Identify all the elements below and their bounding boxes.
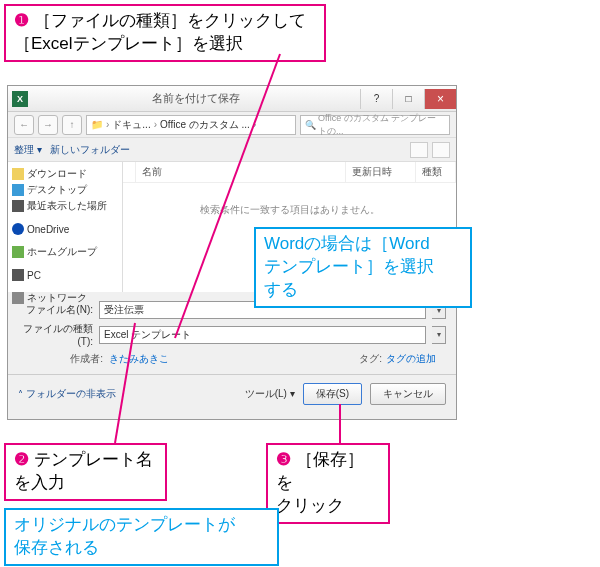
- toolbar: 整理 ▾ 新しいフォルダー: [8, 138, 456, 162]
- back-button[interactable]: ←: [14, 115, 34, 135]
- folder-tree: ダウンロード デスクトップ 最近表示した場所 OneDrive ホームグループ …: [8, 162, 123, 292]
- save-button[interactable]: 保存(S): [303, 383, 362, 405]
- tools-menu[interactable]: ツール(L) ▾: [245, 387, 295, 401]
- tree-downloads[interactable]: ダウンロード: [10, 166, 120, 182]
- view-button-2[interactable]: [432, 142, 450, 158]
- note-result: オリジナルのテンプレートが 保存される: [4, 508, 279, 566]
- col-type[interactable]: 種類: [416, 162, 456, 182]
- callout-3: ❸ ［保存］を クリック: [266, 443, 390, 524]
- note-word-b: テンプレート］を選択: [264, 257, 434, 276]
- tree-pc[interactable]: PC: [10, 268, 120, 282]
- dialog-title: 名前を付けて保存: [32, 91, 360, 106]
- new-folder-button[interactable]: 新しいフォルダー: [50, 143, 130, 157]
- help-button[interactable]: ?: [360, 89, 392, 109]
- breadcrumb-p2: Office のカスタム ...: [160, 118, 250, 132]
- view-button-1[interactable]: [410, 142, 428, 158]
- homegroup-icon: [12, 246, 24, 258]
- note-result-a: オリジナルのテンプレートが: [14, 515, 235, 534]
- chevron-up-icon: ˄: [18, 389, 23, 400]
- nav-bar: ← → ↑ 📁 › ドキュ... › Office のカスタム ... › 🔍 …: [8, 112, 456, 138]
- cancel-button[interactable]: キャンセル: [370, 383, 446, 405]
- maximize-button[interactable]: □: [392, 89, 424, 109]
- tree-recent[interactable]: 最近表示した場所: [10, 198, 120, 214]
- note-result-b: 保存される: [14, 538, 99, 557]
- tree-desktop[interactable]: デスクトップ: [10, 182, 120, 198]
- callout-2-text-a: テンプレート名: [34, 450, 153, 469]
- forward-button[interactable]: →: [38, 115, 58, 135]
- recent-icon: [12, 200, 24, 212]
- tree-onedrive[interactable]: OneDrive: [10, 222, 120, 236]
- onedrive-icon: [12, 223, 24, 235]
- filetype-dropdown[interactable]: ▾: [432, 326, 446, 344]
- author-label: 作成者:: [28, 352, 103, 366]
- col-date[interactable]: 更新日時: [346, 162, 416, 182]
- titlebar: X 名前を付けて保存 ? □ ×: [8, 86, 456, 112]
- filename-label: ファイル名(N):: [18, 303, 93, 317]
- breadcrumb-p1: ドキュ...: [112, 118, 150, 132]
- up-button[interactable]: ↑: [62, 115, 82, 135]
- callout-1-text-a: ［ファイルの種類］をクリックして: [34, 11, 306, 30]
- breadcrumb[interactable]: 📁 › ドキュ... › Office のカスタム ... ›: [86, 115, 296, 135]
- excel-icon: X: [12, 91, 28, 107]
- note-word-c: する: [264, 280, 298, 299]
- author-value[interactable]: きたみあきこ: [109, 352, 169, 366]
- close-button[interactable]: ×: [424, 89, 456, 109]
- search-input[interactable]: 🔍 Office のカスタム テンプレートの...: [300, 115, 450, 135]
- callout-1: ❶ ［ファイルの種類］をクリックして ［Excelテンプレート］を選択: [4, 4, 326, 62]
- tree-homegroup[interactable]: ホームグループ: [10, 244, 120, 260]
- hide-folders-toggle[interactable]: ˄ フォルダーの非表示: [18, 387, 116, 401]
- filetype-select[interactable]: Excel テンプレート: [99, 326, 426, 344]
- tag-value[interactable]: タグの追加: [386, 352, 436, 366]
- note-word-a: Wordの場合は［Word: [264, 234, 430, 253]
- callout-1-text-b: ［Excelテンプレート］を選択: [14, 34, 243, 53]
- tag-label: タグ:: [359, 352, 382, 366]
- callout-3-num: ❸: [276, 450, 291, 469]
- desktop-icon: [12, 184, 24, 196]
- callout-2-num: ❷: [14, 450, 29, 469]
- organize-menu[interactable]: 整理 ▾: [14, 143, 42, 157]
- col-name[interactable]: 名前: [136, 162, 346, 182]
- note-word: Wordの場合は［Word テンプレート］を選択 する: [254, 227, 472, 308]
- callout-2: ❷ テンプレート名 を入力: [4, 443, 167, 501]
- callout-2-text-b: を入力: [14, 473, 65, 492]
- folder-icon: [12, 168, 24, 180]
- pc-icon: [12, 269, 24, 281]
- callout-1-num: ❶: [14, 11, 29, 30]
- callout-3-text-b: クリック: [276, 496, 344, 515]
- filetype-label: ファイルの種類(T):: [18, 322, 93, 347]
